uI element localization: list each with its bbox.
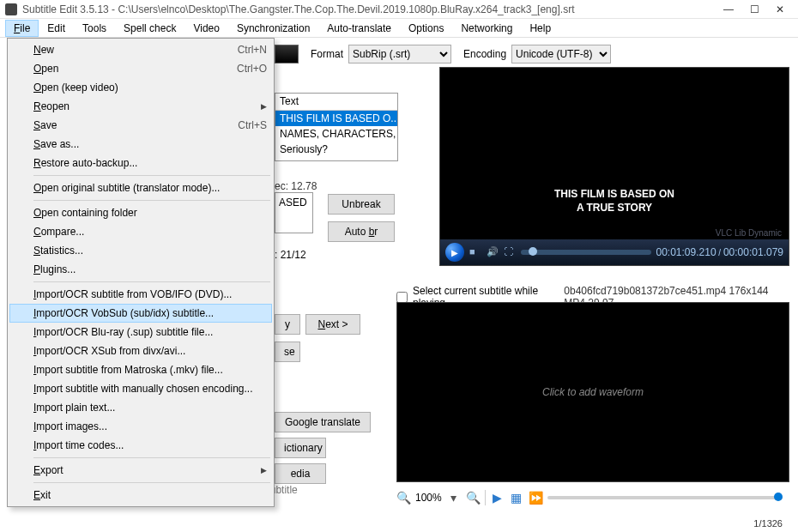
menu-item[interactable]: Reopen▶ bbox=[9, 97, 272, 116]
encoding-label: Encoding bbox=[463, 48, 506, 60]
menu-item[interactable]: NewCtrl+N bbox=[9, 40, 272, 59]
play-icon[interactable]: ▶ bbox=[491, 491, 505, 505]
video-controls: ▶ ■ 🔊 ⛶ 00:01:09.210 / 00:00:01.079 bbox=[440, 239, 789, 265]
zoom-dropdown-icon[interactable]: ▾ bbox=[447, 491, 461, 505]
zoom-out-icon[interactable]: 🔍 bbox=[396, 491, 410, 505]
menu-item[interactable]: Save as... bbox=[9, 135, 272, 154]
menu-item[interactable]: SaveCtrl+S bbox=[9, 116, 272, 135]
ec-label: ec: 12.78 bbox=[275, 180, 317, 192]
menu-help[interactable]: Help bbox=[521, 20, 559, 37]
zoom-value: 100% bbox=[415, 492, 442, 504]
fullscreen-icon[interactable]: ⛶ bbox=[504, 246, 516, 258]
vlc-label: VLC Lib Dynamic bbox=[716, 228, 782, 238]
subtitle-list[interactable]: Text THIS FILM IS BASED O... NAMES, CHAR… bbox=[275, 93, 398, 161]
menu-item[interactable]: Restore auto-backup... bbox=[9, 154, 272, 172]
chars-count: : 21/12 bbox=[275, 249, 306, 261]
menu-autotranslate[interactable]: Auto-translate bbox=[318, 20, 400, 37]
play-button-icon[interactable]: ▶ bbox=[445, 243, 464, 262]
menu-file[interactable]: File bbox=[5, 20, 39, 37]
menu-options[interactable]: Options bbox=[400, 20, 452, 37]
list-item[interactable]: THIS FILM IS BASED O... bbox=[275, 111, 397, 126]
menu-item[interactable]: OpenCtrl+O bbox=[9, 59, 272, 78]
menu-item[interactable]: Import plain text... bbox=[9, 398, 272, 417]
menu-video[interactable]: Video bbox=[184, 20, 227, 37]
list-item[interactable]: Seriously? bbox=[275, 142, 397, 157]
zoom-in-icon[interactable]: 🔍 bbox=[466, 491, 480, 505]
menu-networking[interactable]: Networking bbox=[452, 20, 521, 37]
close-button[interactable]: ✕ bbox=[767, 3, 793, 15]
menu-item[interactable]: Import/OCR XSub from divx/avi... bbox=[9, 342, 272, 360]
menu-item[interactable]: Import/OCR subtitle from VOB/IFO (DVD)..… bbox=[9, 285, 272, 304]
dictionary-button[interactable]: ictionary bbox=[275, 438, 326, 458]
menu-sync[interactable]: Synchronization bbox=[228, 20, 318, 37]
waveform-tool-strip: 🔍 100% ▾ 🔍 ▶ ▦ ⏩ bbox=[396, 487, 789, 508]
text-fragment-panel: ASED bbox=[275, 192, 313, 233]
menu-item[interactable]: Import/OCR Blu-ray (.sup) subtitle file.… bbox=[9, 323, 272, 342]
menu-item[interactable]: Export▶ bbox=[9, 461, 272, 480]
menu-item[interactable]: Open original subtitle (translator mode)… bbox=[9, 178, 272, 197]
format-select[interactable]: SubRip (.srt) bbox=[348, 45, 451, 63]
video-subtitle-overlay: THIS FILM IS BASED ON A TRUE STORY bbox=[440, 188, 789, 215]
menu-item[interactable]: Exit bbox=[9, 486, 272, 505]
format-label: Format bbox=[311, 48, 343, 60]
window-titlebar: Subtitle Edit 3.5.13 - C:\Users\elnco\De… bbox=[0, 0, 798, 19]
menu-spellcheck[interactable]: Spell check bbox=[115, 20, 184, 37]
menu-item[interactable]: Statistics... bbox=[9, 241, 272, 260]
next-button[interactable]: Next > bbox=[305, 314, 360, 335]
menu-item[interactable]: Import/OCR VobSub (sub/idx) subtitle... bbox=[9, 304, 272, 323]
menu-item[interactable]: Open (keep video) bbox=[9, 78, 272, 97]
waveform-zoom-slider[interactable] bbox=[547, 496, 783, 499]
maximize-button[interactable]: ☐ bbox=[741, 3, 767, 15]
se-button[interactable]: se bbox=[275, 342, 300, 362]
status-count: 1/1326 bbox=[753, 518, 783, 529]
mid-button-row: y Next > bbox=[275, 314, 360, 335]
select-subtitle-checkbox[interactable] bbox=[396, 292, 408, 303]
format-toolbar: Format SubRip (.srt) Encoding Unicode (U… bbox=[275, 43, 791, 65]
file-menu-dropdown: NewCtrl+NOpenCtrl+OOpen (keep video)Reop… bbox=[7, 38, 275, 507]
edia-button[interactable]: edia bbox=[275, 463, 326, 484]
video-preview[interactable]: THIS FILM IS BASED ON A TRUE STORY VLC L… bbox=[439, 67, 789, 266]
auto-br-button[interactable]: Auto br bbox=[328, 221, 395, 242]
google-translate-button[interactable]: Google translate bbox=[275, 412, 371, 432]
menu-item[interactable]: Import subtitle from Matroska (.mkv) fil… bbox=[9, 360, 272, 379]
slider-thumb[interactable] bbox=[774, 493, 783, 501]
menu-item[interactable]: Import subtitle with manually chosen enc… bbox=[9, 379, 272, 398]
menu-tools[interactable]: Tools bbox=[74, 20, 115, 37]
menu-item[interactable]: Compare... bbox=[9, 222, 272, 241]
menu-item[interactable]: Plugins... bbox=[9, 260, 272, 279]
window-title: Subtitle Edit 3.5.13 - C:\Users\elnco\De… bbox=[22, 3, 716, 15]
menu-edit[interactable]: Edit bbox=[39, 20, 74, 37]
y-button[interactable]: y bbox=[275, 314, 300, 335]
volume-icon[interactable]: 🔊 bbox=[487, 246, 499, 258]
waveform-panel[interactable]: Click to add waveform bbox=[396, 302, 789, 482]
minimize-button[interactable]: — bbox=[716, 3, 741, 15]
encoding-select[interactable]: Unicode (UTF-8) bbox=[511, 45, 611, 63]
app-icon bbox=[5, 3, 17, 15]
menubar: File Edit Tools Spell check Video Synchr… bbox=[0, 19, 798, 38]
waveform-placeholder: Click to add waveform bbox=[542, 386, 644, 398]
menu-item[interactable]: Open containing folder bbox=[9, 203, 272, 222]
video-time: 00:01:09.210 / 00:00:01.079 bbox=[656, 246, 784, 258]
stop-icon[interactable]: ■ bbox=[469, 246, 481, 258]
column-header-text[interactable]: Text bbox=[275, 94, 397, 111]
menu-item[interactable]: Import time codes... bbox=[9, 436, 272, 455]
grid-icon[interactable]: ▦ bbox=[510, 491, 523, 505]
menu-item[interactable]: Import images... bbox=[9, 417, 272, 436]
seek-bar[interactable] bbox=[521, 250, 651, 255]
lower-button-stack: Google translate ictionary edia bbox=[275, 412, 371, 484]
seek-thumb[interactable] bbox=[529, 247, 537, 256]
unbreak-button[interactable]: Unbreak bbox=[328, 194, 395, 215]
ffwd-icon[interactable]: ⏩ bbox=[529, 491, 542, 505]
list-item[interactable]: NAMES, CHARACTERS, ... bbox=[275, 126, 397, 142]
video-thumb-icon bbox=[275, 45, 299, 63]
